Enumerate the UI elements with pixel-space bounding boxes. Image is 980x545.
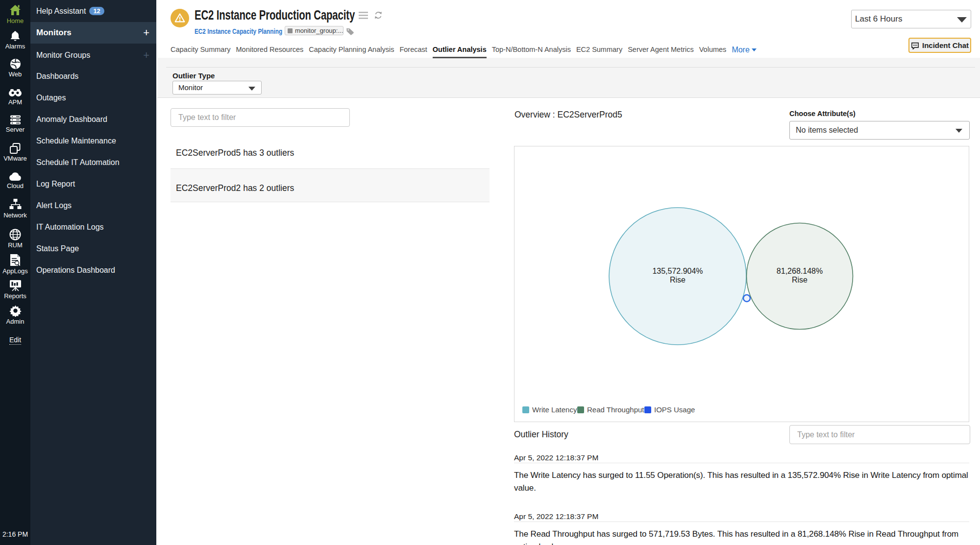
svg-text:135,572.904%: 135,572.904% bbox=[652, 267, 703, 275]
svg-text:Rise: Rise bbox=[792, 276, 808, 284]
svg-text:Rise: Rise bbox=[670, 276, 686, 284]
svg-text:81,268.148%: 81,268.148% bbox=[777, 267, 823, 275]
